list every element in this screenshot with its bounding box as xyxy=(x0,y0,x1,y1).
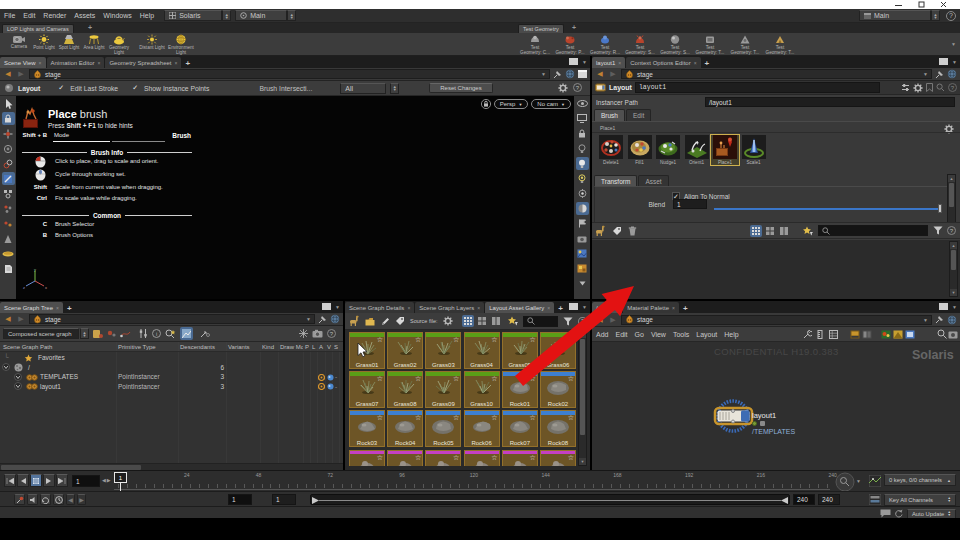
shade-mode-icon[interactable] xyxy=(576,112,589,125)
scene-graph-path-field[interactable]: stage ▼ xyxy=(29,314,315,324)
keys-summary-select[interactable]: 0 keys, 0/0 channels▲ xyxy=(884,474,956,486)
ruler-icon[interactable] xyxy=(816,330,824,339)
help-icon[interactable]: ? xyxy=(573,83,582,92)
lock-display-icon[interactable] xyxy=(576,127,589,140)
tab-brush[interactable]: Brush xyxy=(594,109,625,121)
pin-icon[interactable] xyxy=(935,315,944,324)
loop-icon[interactable] xyxy=(40,494,51,505)
brush-scale1[interactable]: Scale1 xyxy=(740,135,768,165)
play-button[interactable] xyxy=(43,474,55,487)
flag-display-icon[interactable] xyxy=(576,217,589,230)
color-a-icon[interactable] xyxy=(881,330,891,339)
tab-scene-graph-tree[interactable]: Scene Graph Tree× xyxy=(0,302,63,313)
net-search-icon[interactable] xyxy=(937,329,947,339)
texture-a-icon[interactable] xyxy=(576,247,589,260)
tab--stage[interactable]: /stage× xyxy=(592,302,622,313)
asset-card-grass01[interactable]: ☆Grass01 xyxy=(349,332,385,369)
main-selector[interactable]: Main xyxy=(235,10,287,21)
tab-scene-graph-details[interactable]: Scene Graph Details× xyxy=(345,302,414,313)
node-name-field[interactable]: layout1 xyxy=(635,82,880,93)
shelf-tool-test-geometry-s-[interactable]: Test Geometry: S... xyxy=(658,34,692,56)
select-tool-icon[interactable] xyxy=(2,97,15,110)
active-flag-icon[interactable] xyxy=(318,374,325,381)
asset-card-rock03[interactable]: ☆Rock03 xyxy=(349,410,385,447)
column-header-variants[interactable]: Variants xyxy=(228,342,250,352)
bookmark-icon[interactable] xyxy=(926,83,933,92)
tune-icon[interactable] xyxy=(901,83,910,92)
prim-dots-icon[interactable] xyxy=(107,329,116,338)
prim-notes-icon[interactable] xyxy=(93,329,103,338)
column-header-v[interactable]: V xyxy=(327,342,331,352)
back-arrow-icon[interactable]: ◀ xyxy=(595,316,605,324)
column-header-descendants[interactable]: Descendants xyxy=(180,342,215,352)
asset-card-grass05[interactable]: ☆Grass05 xyxy=(502,332,538,369)
message-bubble-icon[interactable] xyxy=(880,509,891,518)
large-view-icon[interactable] xyxy=(778,225,790,237)
working-set-scrollbar[interactable]: ▲ ▼ xyxy=(949,241,958,297)
show-instance-points-toggle[interactable]: Show Instance Points xyxy=(144,85,209,92)
expander-icon[interactable] xyxy=(2,363,10,371)
visibility-eye-icon[interactable] xyxy=(576,97,589,110)
white-panel-icon[interactable] xyxy=(578,70,587,78)
range-end-field-2[interactable]: 240 xyxy=(818,494,840,505)
range-start-field[interactable]: 1 xyxy=(228,494,252,505)
brush-intersect-select[interactable]: All xyxy=(340,83,386,94)
folder-add-icon[interactable] xyxy=(365,317,376,326)
tab-layout1[interactable]: layout1× xyxy=(592,57,625,68)
close-icon[interactable]: × xyxy=(98,60,101,66)
tab-context-options-editor[interactable]: Context Options Editor× xyxy=(626,57,700,68)
visible-flag-icon[interactable] xyxy=(327,383,334,390)
linked-globe-icon[interactable] xyxy=(330,314,340,324)
favorite-star-icon[interactable]: ☆ xyxy=(415,414,421,421)
range-start-field-2[interactable]: 1 xyxy=(272,494,296,505)
pane-maximize-icon[interactable] xyxy=(939,303,948,310)
favorite-star-icon[interactable]: ☆ xyxy=(568,414,574,421)
range-slider[interactable] xyxy=(310,494,790,505)
list-view-icon[interactable] xyxy=(476,315,488,327)
shelf-tool-test-geometry-r-[interactable]: Test Geometry: R... xyxy=(588,34,622,56)
favorite-star-icon[interactable]: ☆ xyxy=(491,454,497,461)
favorite-star-icon[interactable]: ☆ xyxy=(568,454,574,461)
shelf-tool-test-geometry-t-[interactable]: Test Geometry: T... xyxy=(693,34,727,56)
menu-edit[interactable]: Edit xyxy=(19,12,39,19)
range-step-back-icon[interactable]: ◀ xyxy=(66,494,75,505)
active-flag-icon[interactable] xyxy=(318,383,325,390)
linked-globe-icon[interactable] xyxy=(565,69,575,79)
asset-card-grass07[interactable]: ☆Grass07 xyxy=(349,371,385,408)
autokey-icon[interactable] xyxy=(14,494,25,505)
prim-curve-icon[interactable] xyxy=(120,329,131,338)
asset-card-grass03[interactable]: ☆Grass03 xyxy=(425,332,461,369)
favorite-star-icon[interactable]: ☆ xyxy=(453,414,459,421)
asset-card-grass09[interactable]: ☆Grass09 xyxy=(425,371,461,408)
expander-icon[interactable] xyxy=(14,382,22,390)
headlight-icon[interactable] xyxy=(576,187,589,200)
network-menu-go[interactable]: Go xyxy=(635,331,651,338)
shelf-tab-lop-lights[interactable]: LOP Lights and Cameras xyxy=(2,24,74,33)
check-icon[interactable]: ✓ xyxy=(58,84,64,92)
favorite-star-icon[interactable]: ☆ xyxy=(530,375,536,382)
close-icon[interactable]: × xyxy=(615,305,618,311)
parameters-path-field[interactable]: stage ▼ xyxy=(621,69,932,79)
asset-card-rock04[interactable]: ☆Rock04 xyxy=(387,410,423,447)
color-b-icon[interactable] xyxy=(893,330,903,339)
linked-globe-icon[interactable] xyxy=(947,315,957,325)
reset-changes-button[interactable]: Reset Changes xyxy=(429,83,492,93)
wrench-icon[interactable] xyxy=(803,330,812,339)
gallery-search[interactable] xyxy=(523,316,559,327)
realtime-icon[interactable] xyxy=(53,494,64,505)
audio-icon[interactable] xyxy=(27,494,38,505)
close-icon[interactable]: × xyxy=(477,305,480,311)
timeline-ruler[interactable]: 244872961201441681922162401 xyxy=(114,471,836,492)
help-icon[interactable]: ? xyxy=(578,317,587,326)
current-frame-marker[interactable]: 1 xyxy=(114,472,127,483)
pane-dropdown-icon[interactable]: ▼ xyxy=(952,59,957,65)
favorite-star-icon[interactable]: ☆ xyxy=(530,336,536,343)
gear-icon[interactable] xyxy=(558,83,568,93)
blend-value-field[interactable]: 1 xyxy=(673,199,707,209)
grid-notes-icon[interactable] xyxy=(829,330,838,339)
gear-icon[interactable] xyxy=(443,316,453,326)
pane-dropdown-icon[interactable]: ▼ xyxy=(582,304,587,310)
brush-delete1[interactable]: Delete1 xyxy=(597,135,625,165)
scroll-up-icon[interactable]: ▲ xyxy=(948,175,955,182)
favorite-star-icon[interactable]: ☆ xyxy=(491,414,497,421)
